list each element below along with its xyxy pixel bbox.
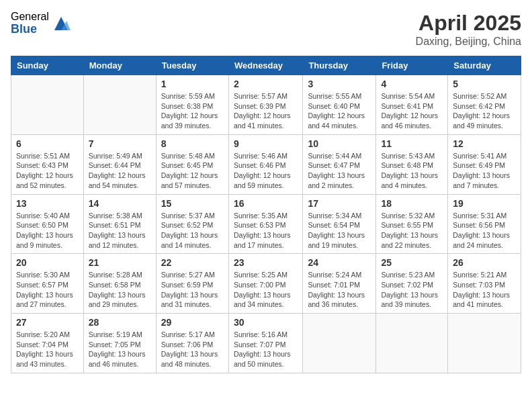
day-number-19: 19 [453, 198, 516, 209]
logo: General Blue [11, 11, 71, 36]
day-number-28: 28 [89, 317, 151, 328]
day-info-8: Sunrise: 5:48 AMSunset: 6:45 PMDaylight:… [161, 151, 224, 191]
weekday-header-saturday: Saturday [448, 56, 521, 75]
day-info-28: Sunrise: 5:19 AMSunset: 7:05 PMDaylight:… [89, 330, 151, 369]
calendar-table: SundayMondayTuesdayWednesdayThursdayFrid… [11, 56, 521, 373]
day-number-17: 17 [308, 198, 371, 209]
day-cell-23: 23Sunrise: 5:25 AMSunset: 7:00 PMDayligh… [228, 254, 302, 314]
day-cell-27: 27Sunrise: 5:20 AMSunset: 7:04 PMDayligh… [11, 314, 84, 373]
empty-cell [376, 314, 448, 373]
logo-icon [52, 14, 71, 33]
logo-blue: Blue [11, 23, 49, 36]
day-cell-26: 26Sunrise: 5:21 AMSunset: 7:03 PMDayligh… [448, 254, 521, 314]
day-number-6: 6 [16, 138, 79, 149]
day-cell-24: 24Sunrise: 5:24 AMSunset: 7:01 PMDayligh… [303, 254, 376, 314]
day-cell-14: 14Sunrise: 5:38 AMSunset: 6:51 PMDayligh… [83, 194, 156, 254]
day-number-30: 30 [234, 317, 298, 328]
day-cell-18: 18Sunrise: 5:32 AMSunset: 6:55 PMDayligh… [376, 194, 448, 254]
day-number-9: 9 [234, 138, 298, 149]
day-info-7: Sunrise: 5:49 AMSunset: 6:44 PMDaylight:… [89, 151, 151, 191]
day-number-11: 11 [381, 138, 443, 149]
day-number-3: 3 [308, 79, 371, 89]
day-number-13: 13 [16, 198, 79, 209]
day-number-29: 29 [161, 317, 224, 328]
day-cell-4: 4Sunrise: 5:54 AMSunset: 6:41 PMDaylight… [376, 75, 448, 135]
day-number-4: 4 [381, 79, 443, 89]
day-info-4: Sunrise: 5:54 AMSunset: 6:41 PMDaylight:… [381, 91, 443, 131]
day-info-20: Sunrise: 5:30 AMSunset: 6:57 PMDaylight:… [16, 270, 79, 310]
day-info-26: Sunrise: 5:21 AMSunset: 7:03 PMDaylight:… [453, 270, 516, 310]
day-info-1: Sunrise: 5:59 AMSunset: 6:38 PMDaylight:… [161, 91, 224, 131]
day-info-30: Sunrise: 5:16 AMSunset: 7:07 PMDaylight:… [234, 330, 298, 369]
day-number-25: 25 [381, 257, 443, 268]
day-cell-19: 19Sunrise: 5:31 AMSunset: 6:56 PMDayligh… [448, 194, 521, 254]
week-row-2: 6Sunrise: 5:51 AMSunset: 6:43 PMDaylight… [11, 134, 521, 194]
empty-cell [303, 314, 376, 373]
day-number-16: 16 [234, 198, 298, 209]
day-number-22: 22 [161, 257, 224, 268]
day-number-26: 26 [453, 257, 516, 268]
day-number-27: 27 [16, 317, 79, 328]
day-number-18: 18 [381, 198, 443, 209]
day-cell-15: 15Sunrise: 5:37 AMSunset: 6:52 PMDayligh… [156, 194, 228, 254]
day-info-27: Sunrise: 5:20 AMSunset: 7:04 PMDaylight:… [16, 330, 79, 369]
weekday-header-sunday: Sunday [11, 56, 84, 75]
day-number-23: 23 [234, 257, 298, 268]
day-number-15: 15 [161, 198, 224, 209]
day-info-21: Sunrise: 5:28 AMSunset: 6:58 PMDaylight:… [89, 270, 151, 310]
week-row-4: 20Sunrise: 5:30 AMSunset: 6:57 PMDayligh… [11, 254, 521, 314]
day-info-14: Sunrise: 5:38 AMSunset: 6:51 PMDaylight:… [89, 211, 151, 250]
day-number-7: 7 [89, 138, 151, 149]
day-info-17: Sunrise: 5:34 AMSunset: 6:54 PMDaylight:… [308, 211, 371, 250]
day-info-19: Sunrise: 5:31 AMSunset: 6:56 PMDaylight:… [453, 211, 516, 250]
weekday-header-tuesday: Tuesday [156, 56, 228, 75]
day-info-24: Sunrise: 5:24 AMSunset: 7:01 PMDaylight:… [308, 270, 371, 310]
day-info-12: Sunrise: 5:41 AMSunset: 6:49 PMDaylight:… [453, 151, 516, 191]
weekday-header-monday: Monday [83, 56, 156, 75]
week-row-1: 1Sunrise: 5:59 AMSunset: 6:38 PMDaylight… [11, 75, 521, 135]
day-info-3: Sunrise: 5:55 AMSunset: 6:40 PMDaylight:… [308, 91, 371, 131]
day-info-6: Sunrise: 5:51 AMSunset: 6:43 PMDaylight:… [16, 151, 79, 191]
day-cell-16: 16Sunrise: 5:35 AMSunset: 6:53 PMDayligh… [228, 194, 302, 254]
empty-cell [448, 314, 521, 373]
day-cell-21: 21Sunrise: 5:28 AMSunset: 6:58 PMDayligh… [83, 254, 156, 314]
day-cell-10: 10Sunrise: 5:44 AMSunset: 6:47 PMDayligh… [303, 134, 376, 194]
day-number-8: 8 [161, 138, 224, 149]
day-cell-9: 9Sunrise: 5:46 AMSunset: 6:46 PMDaylight… [228, 134, 302, 194]
day-cell-8: 8Sunrise: 5:48 AMSunset: 6:45 PMDaylight… [156, 134, 228, 194]
day-number-1: 1 [161, 79, 224, 89]
day-cell-12: 12Sunrise: 5:41 AMSunset: 6:49 PMDayligh… [448, 134, 521, 194]
day-number-24: 24 [308, 257, 371, 268]
day-info-18: Sunrise: 5:32 AMSunset: 6:55 PMDaylight:… [381, 211, 443, 250]
day-number-21: 21 [89, 257, 151, 268]
weekday-header-row: SundayMondayTuesdayWednesdayThursdayFrid… [11, 56, 521, 75]
day-info-2: Sunrise: 5:57 AMSunset: 6:39 PMDaylight:… [234, 91, 298, 131]
day-cell-2: 2Sunrise: 5:57 AMSunset: 6:39 PMDaylight… [228, 75, 302, 135]
day-cell-5: 5Sunrise: 5:52 AMSunset: 6:42 PMDaylight… [448, 75, 521, 135]
week-row-3: 13Sunrise: 5:40 AMSunset: 6:50 PMDayligh… [11, 194, 521, 254]
day-cell-20: 20Sunrise: 5:30 AMSunset: 6:57 PMDayligh… [11, 254, 84, 314]
day-number-5: 5 [453, 79, 516, 89]
day-info-13: Sunrise: 5:40 AMSunset: 6:50 PMDaylight:… [16, 211, 79, 250]
title-location: Daxing, Beijing, China [416, 36, 521, 48]
day-cell-6: 6Sunrise: 5:51 AMSunset: 6:43 PMDaylight… [11, 134, 84, 194]
day-info-22: Sunrise: 5:27 AMSunset: 6:59 PMDaylight:… [161, 270, 224, 310]
day-info-16: Sunrise: 5:35 AMSunset: 6:53 PMDaylight:… [234, 211, 298, 250]
day-cell-29: 29Sunrise: 5:17 AMSunset: 7:06 PMDayligh… [156, 314, 228, 373]
title-month: April 2025 [416, 11, 521, 36]
empty-cell [83, 75, 156, 135]
weekday-header-friday: Friday [376, 56, 448, 75]
day-cell-1: 1Sunrise: 5:59 AMSunset: 6:38 PMDaylight… [156, 75, 228, 135]
page-header: General Blue April 2025 Daxing, Beijing,… [11, 11, 521, 48]
day-number-14: 14 [89, 198, 151, 209]
day-info-10: Sunrise: 5:44 AMSunset: 6:47 PMDaylight:… [308, 151, 371, 191]
day-info-9: Sunrise: 5:46 AMSunset: 6:46 PMDaylight:… [234, 151, 298, 191]
week-row-5: 27Sunrise: 5:20 AMSunset: 7:04 PMDayligh… [11, 314, 521, 373]
day-info-15: Sunrise: 5:37 AMSunset: 6:52 PMDaylight:… [161, 211, 224, 250]
day-cell-30: 30Sunrise: 5:16 AMSunset: 7:07 PMDayligh… [228, 314, 302, 373]
logo-text: General Blue [11, 11, 49, 36]
title-block: April 2025 Daxing, Beijing, China [416, 11, 521, 48]
day-cell-25: 25Sunrise: 5:23 AMSunset: 7:02 PMDayligh… [376, 254, 448, 314]
day-info-5: Sunrise: 5:52 AMSunset: 6:42 PMDaylight:… [453, 91, 516, 131]
day-cell-11: 11Sunrise: 5:43 AMSunset: 6:48 PMDayligh… [376, 134, 448, 194]
